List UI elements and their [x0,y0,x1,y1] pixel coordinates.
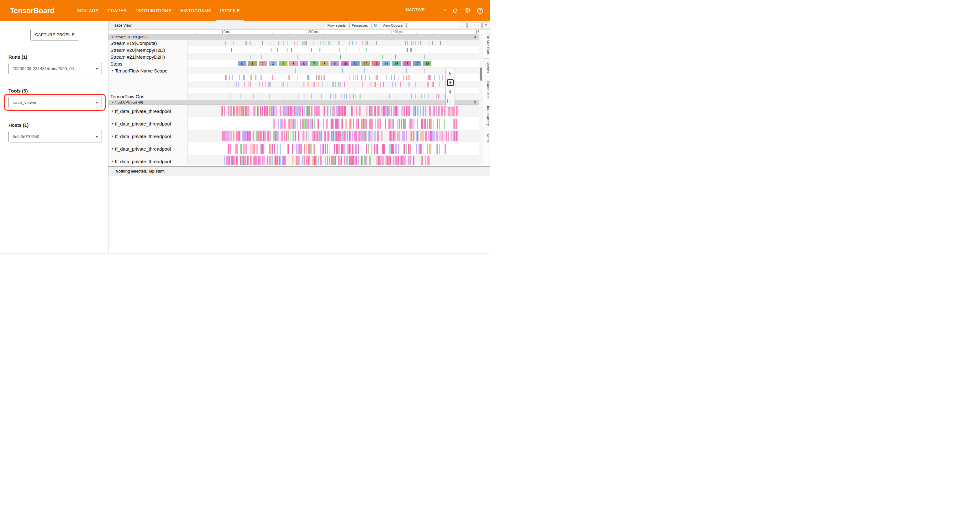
collapse-arrow-icon[interactable]: ▾ [111,69,113,72]
trace-event-mark [405,131,405,141]
collapse-arrow-icon[interactable]: ▾ [111,122,113,125]
step-block[interactable]: 5 [290,61,298,66]
step-block[interactable]: 10 [341,61,349,66]
track-row[interactable]: ▾tf_data_private_threadpool [108,155,479,165]
step-block[interactable]: 9 [331,61,339,66]
track-row[interactable]: ▾tf_data_private_threadpool [108,142,479,155]
nav-tab-distributions[interactable]: DISTRIBUTIONS [131,0,176,21]
step-block[interactable]: 1 [248,61,257,66]
track-content[interactable] [188,67,479,74]
track-content[interactable] [188,81,479,88]
track-row[interactable]: ▾tf_data_private_threadpool [108,117,479,130]
track-content[interactable] [188,155,479,165]
scrollbar-thumb[interactable] [480,67,482,81]
side-tab-metrics[interactable]: Metrics [483,59,490,77]
step-block[interactable]: 17 [413,61,422,66]
flow-events-button[interactable]: Flow events [325,22,348,28]
process-section-header[interactable]: ▾/device:GPU:0 (pid 0)X [108,35,479,40]
runs-dropdown[interactable]: 20200409-231431/train/2020_04_... ▾ [8,63,102,74]
step-block[interactable]: 16 [402,61,411,66]
step-block[interactable]: 15 [392,61,401,66]
zoom-icon[interactable]: + [447,80,453,86]
nav-tab-histograms[interactable]: HISTOGRAMS [176,0,216,21]
step-block[interactable]: 7 [310,61,318,66]
view-options-button[interactable]: View Options [380,22,406,28]
trace-help-button[interactable]: ? [482,22,489,28]
collapse-arrow-icon[interactable]: ▾ [111,147,113,150]
track-content[interactable] [188,117,479,130]
nav-right-button[interactable]: → [468,22,474,28]
track-row[interactable] [108,81,479,88]
track-content[interactable] [188,40,479,46]
hosts-dropdown[interactable]: 8efc5e791540 ▾ [8,131,102,142]
collapse-arrow-icon[interactable]: ▾ [111,35,113,38]
collapse-arrow-icon[interactable]: ▾ [111,135,113,138]
track-content[interactable] [188,130,479,142]
track-content[interactable] [188,53,479,60]
timing-range-icon[interactable]: ↔ [447,98,453,105]
step-block[interactable]: 4 [279,61,288,66]
step-block[interactable]: 3 [269,61,277,66]
step-block[interactable]: 12 [361,61,370,66]
side-tab-file-size-stats[interactable]: File Size Stats [483,30,490,59]
nav-left-button[interactable]: ← [460,22,466,28]
close-section-button[interactable]: X [474,35,476,39]
step-block[interactable]: 0 [238,61,247,66]
track-row[interactable]: ▾tf_data_private_threadpool [108,130,479,142]
trace-event-mark [422,144,422,154]
status-dropdown[interactable]: INACTIVE ▾ [404,7,446,14]
processes-button[interactable]: Processes [349,22,370,28]
track-row[interactable]: Stream #19(Compute) [108,40,479,46]
track-content[interactable] [188,105,479,117]
track-row[interactable]: Stream #20(MemcpyH2D) [108,46,479,53]
step-block[interactable]: 14 [382,61,390,66]
metadata-button[interactable]: M [371,22,379,28]
track-content[interactable] [188,74,479,81]
track-content[interactable]: 0123456789101112131415161718 [188,60,479,67]
step-block[interactable]: 2 [259,61,267,66]
more-button[interactable]: » [475,22,482,28]
track-row[interactable]: Steps0123456789101112131415161718 [108,60,479,67]
track-content[interactable] [188,46,479,53]
trace-event-mark [390,156,391,165]
collapse-arrow-icon[interactable]: ▾ [111,110,113,113]
settings-icon[interactable]: ⚙ [465,7,471,14]
track-row[interactable] [108,74,479,81]
collapse-arrow-icon[interactable]: ▾ [111,160,113,163]
track-content[interactable] [188,142,479,155]
trace-search-input[interactable] [406,23,459,28]
side-tab-frame-data[interactable]: Frame Data [483,77,490,102]
trace-event-mark [366,131,367,141]
track-row[interactable]: ▾tf_data_private_threadpool [108,105,479,117]
track-row[interactable]: ▾TensorFlow Name Scope [108,67,479,74]
pan-down-icon[interactable] [447,88,453,96]
side-tab-alerts[interactable]: Alerts [483,130,490,146]
step-block[interactable]: 11 [351,61,360,66]
track-row[interactable]: Stream #21(MemcpyD2H) [108,53,479,60]
trace-event-mark [280,106,281,116]
nav-tab-scalars[interactable]: SCALARS [72,0,103,21]
step-block[interactable]: 6 [300,61,308,66]
trace-event-mark [355,94,356,99]
capture-profile-button[interactable]: CAPTURE PROFILE [30,29,79,40]
process-section-header[interactable]: ▾/host:CPU (pid 49)X [108,100,479,105]
side-tab-input-latency[interactable]: Input Latency [483,102,490,130]
track-content[interactable] [188,88,479,93]
refresh-icon[interactable] [452,8,458,14]
select-cursor-icon[interactable] [447,70,453,77]
collapse-arrow-icon[interactable]: ▾ [111,101,113,104]
tools-dropdown[interactable]: trace_viewer ▾ [8,97,102,108]
trace-event-mark [269,82,270,87]
help-icon[interactable]: ? [477,8,483,14]
step-block[interactable]: 13 [372,61,380,66]
trace-event-mark [404,106,405,116]
step-block[interactable]: 8 [320,61,329,66]
track-row[interactable]: TensorFlow Ops [108,93,479,100]
nav-tab-graphs[interactable]: GRAPHS [103,0,131,21]
track-row[interactable] [108,88,479,93]
track-content[interactable] [188,93,479,100]
step-block[interactable]: 18 [423,61,431,66]
close-section-button[interactable]: X [474,100,476,104]
nav-tab-profile[interactable]: PROFILE [216,0,244,21]
vertical-scrollbar[interactable] [479,35,483,165]
